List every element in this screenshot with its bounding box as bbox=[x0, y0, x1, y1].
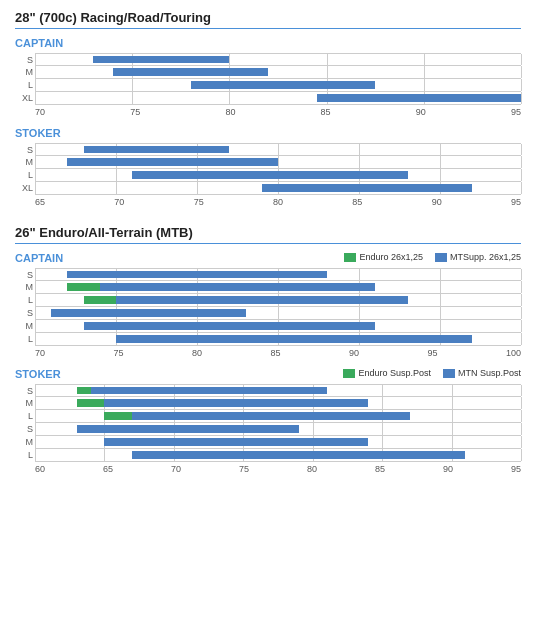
x-axis-label: 85 bbox=[352, 197, 362, 207]
x-axis-label: 95 bbox=[511, 464, 521, 474]
grid-line bbox=[35, 54, 36, 65]
bar bbox=[104, 399, 368, 407]
legend-item: MTSupp. 26x1,25 bbox=[435, 252, 521, 262]
chart-title-row: STOKER bbox=[15, 127, 521, 141]
x-axis-label: 75 bbox=[130, 107, 140, 117]
legend-item: MTN Susp.Post bbox=[443, 368, 521, 378]
x-axis-label: 85 bbox=[321, 107, 331, 117]
legend-item: Enduro 26x1,25 bbox=[344, 252, 423, 262]
chart-row-inner bbox=[35, 144, 521, 155]
row-label: S bbox=[17, 424, 33, 434]
grid-line bbox=[521, 182, 522, 194]
grid-line bbox=[35, 320, 36, 332]
legend-label: MTSupp. 26x1,25 bbox=[450, 252, 521, 262]
bar bbox=[84, 146, 230, 154]
grid-line bbox=[521, 397, 522, 409]
grid-line bbox=[35, 397, 36, 409]
bar bbox=[104, 438, 368, 446]
grid-line bbox=[104, 449, 105, 461]
grid-line bbox=[35, 307, 36, 319]
grid-line bbox=[35, 333, 36, 345]
legend-item: Enduro Susp.Post bbox=[343, 368, 431, 378]
grid-line bbox=[35, 156, 36, 168]
x-axis-label: 95 bbox=[427, 348, 437, 358]
chart-row: S bbox=[35, 307, 521, 320]
row-label: XL bbox=[17, 183, 33, 193]
grid-line bbox=[197, 182, 198, 194]
row-label: M bbox=[17, 282, 33, 292]
grid-line bbox=[440, 320, 441, 332]
chart-row: L bbox=[35, 449, 521, 462]
chart-row: M bbox=[35, 320, 521, 333]
chart-row-inner bbox=[35, 66, 521, 78]
x-axis-label: 75 bbox=[113, 348, 123, 358]
grid-line bbox=[424, 66, 425, 78]
grid-line bbox=[521, 281, 522, 293]
chart-title-row: CAPTAIN Enduro 26x1,25 MTSupp. 26x1,25 bbox=[15, 252, 521, 266]
grid-line bbox=[521, 66, 522, 78]
x-axis-label: 100 bbox=[506, 348, 521, 358]
grid-line bbox=[452, 436, 453, 448]
row-label: M bbox=[17, 67, 33, 77]
grid-line bbox=[424, 54, 425, 65]
grid-line bbox=[382, 397, 383, 409]
grid-line bbox=[35, 294, 36, 306]
chart-wrapper: SMLXL707580859095 bbox=[35, 53, 521, 117]
chart-row-inner bbox=[35, 410, 521, 422]
grid-line bbox=[521, 294, 522, 306]
grid-line bbox=[35, 410, 36, 422]
chart-row: L bbox=[35, 169, 521, 182]
x-axis-label: 70 bbox=[35, 348, 45, 358]
bar bbox=[51, 309, 245, 317]
chart-row: L bbox=[35, 294, 521, 307]
section-section-26: 26" Enduro/All-Terrain (MTB)CAPTAIN Endu… bbox=[15, 225, 521, 474]
grid-line bbox=[35, 423, 36, 435]
grid-line bbox=[359, 307, 360, 319]
grid-line bbox=[116, 182, 117, 194]
chart-row: L bbox=[35, 410, 521, 423]
chart-row-inner bbox=[35, 92, 521, 104]
bar bbox=[113, 68, 269, 76]
row-label: L bbox=[17, 450, 33, 460]
grid-line bbox=[278, 144, 279, 155]
chart-row-inner bbox=[35, 449, 521, 461]
grid-line bbox=[35, 79, 36, 91]
grid-lines bbox=[35, 66, 521, 78]
bar bbox=[132, 451, 465, 459]
grid-line bbox=[359, 144, 360, 155]
row-label: L bbox=[17, 334, 33, 344]
grid-line bbox=[521, 449, 522, 461]
x-axis-label: 80 bbox=[192, 348, 202, 358]
chart-row-inner bbox=[35, 182, 521, 194]
legend-label: MTN Susp.Post bbox=[458, 368, 521, 378]
chart-row: M bbox=[35, 66, 521, 79]
bar bbox=[67, 271, 326, 279]
bar bbox=[132, 171, 407, 179]
grid-line bbox=[521, 320, 522, 332]
grid-line bbox=[521, 79, 522, 91]
x-axis-label: 90 bbox=[432, 197, 442, 207]
chart-container: SMLXL707580859095 bbox=[15, 53, 521, 117]
chart-row: M bbox=[35, 156, 521, 169]
section-section-700c: 28" (700c) Racing/Road/TouringCAPTAINSML… bbox=[15, 10, 521, 207]
legend-color-box bbox=[435, 253, 447, 262]
chart-row: S bbox=[35, 143, 521, 156]
chart-row-inner bbox=[35, 397, 521, 409]
legend-color-box bbox=[344, 253, 356, 262]
bar bbox=[77, 425, 299, 433]
x-axis: 65707580859095 bbox=[35, 197, 521, 207]
chart-wrapper: SMLSML707580859095100 bbox=[35, 268, 521, 358]
grid-line bbox=[35, 169, 36, 181]
row-label: M bbox=[17, 398, 33, 408]
grid-line bbox=[452, 423, 453, 435]
chart-rows: SMLSML bbox=[35, 268, 521, 346]
bar bbox=[132, 412, 410, 420]
chart-row: M bbox=[35, 397, 521, 410]
chart-row-inner bbox=[35, 385, 521, 396]
section-title: 28" (700c) Racing/Road/Touring bbox=[15, 10, 521, 29]
grid-line bbox=[35, 269, 36, 280]
chart-row-inner bbox=[35, 79, 521, 91]
row-label: L bbox=[17, 170, 33, 180]
row-label: L bbox=[17, 80, 33, 90]
grid-line bbox=[313, 423, 314, 435]
